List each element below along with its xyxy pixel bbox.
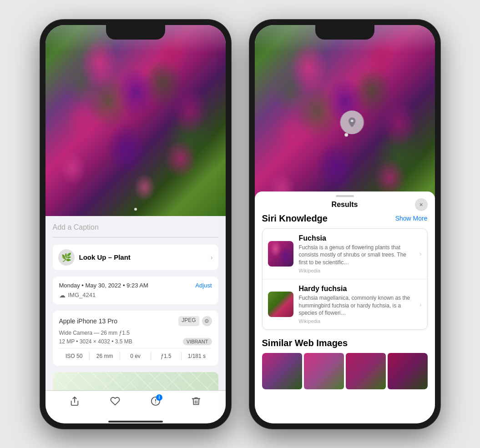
similar-image-4[interactable] xyxy=(388,353,428,389)
left-phone-inner: Add a Caption 🌿 Look Up – Plant › Monday… xyxy=(45,25,226,423)
camera-badges: JPEG ⚙ xyxy=(178,316,212,326)
camera-header: Apple iPhone 13 Pro JPEG ⚙ xyxy=(59,316,212,326)
hardy-desc: Fuchsia magellanica, commonly known as t… xyxy=(299,294,414,317)
camera-specs: 12 MP • 3024 × 4032 • 3.5 MB xyxy=(59,338,132,345)
lookup-subject: Plant xyxy=(114,253,131,261)
siri-knowledge-header: Siri Knowledge Show More xyxy=(262,213,428,224)
adjust-button[interactable]: Adjust xyxy=(195,282,212,289)
meta-filename-row: ☁ IMG_4241 xyxy=(59,292,212,299)
fuchsia-desc: Fuchsia is a genus of flowering plants t… xyxy=(299,244,414,267)
home-indicator xyxy=(108,421,163,423)
meta-date-row: Monday • May 30, 2022 • 9:23 AM Adjust xyxy=(59,282,212,289)
show-more-button[interactable]: Show More xyxy=(395,215,428,222)
vibrant-badge: VIBRANT xyxy=(183,338,212,345)
similar-image-2[interactable] xyxy=(304,353,344,389)
exif-iso: ISO 50 xyxy=(59,352,90,360)
fuchsia-thumb-img xyxy=(268,241,293,267)
exif-focal: 26 mm xyxy=(90,352,120,360)
right-phone: Results × Siri Knowledge Show More xyxy=(249,20,440,429)
results-header: Results × xyxy=(255,199,435,213)
caption-input[interactable]: Add a Caption xyxy=(53,223,218,237)
right-notch xyxy=(315,25,374,40)
results-body: Siri Knowledge Show More Fuchsia Fuchsia… xyxy=(255,213,435,423)
fuchsia-thumbnail xyxy=(268,241,293,267)
hardy-chevron-icon: › xyxy=(419,301,422,308)
drag-handle[interactable] xyxy=(336,195,354,197)
camera-model: Apple iPhone 13 Pro xyxy=(59,317,117,325)
pagination-dot xyxy=(134,208,137,211)
results-title: Results xyxy=(332,201,358,209)
bottom-toolbar: i xyxy=(45,390,226,418)
share-button[interactable] xyxy=(70,396,80,409)
format-badge: JPEG xyxy=(178,316,199,326)
hardy-thumbnail xyxy=(268,292,293,317)
cloud-icon: ☁ xyxy=(59,292,66,299)
metadata-section: Monday • May 30, 2022 • 9:23 AM Adjust ☁… xyxy=(53,277,218,304)
similar-image-1[interactable] xyxy=(262,353,302,389)
delete-button[interactable] xyxy=(191,396,201,409)
lookup-text: Look Up – Plant xyxy=(79,253,131,261)
hardy-name: Hardy fuchsia xyxy=(299,285,414,293)
visual-lookup-dot xyxy=(344,133,348,136)
fuchsia-chevron-icon: › xyxy=(419,250,422,257)
similar-images-title: Similar Web Images xyxy=(262,338,428,348)
gear-icon: ⚙ xyxy=(202,316,212,326)
right-phone-inner: Results × Siri Knowledge Show More xyxy=(255,25,435,423)
close-button[interactable]: × xyxy=(415,198,428,211)
lookup-label: Look Up – xyxy=(79,253,112,261)
phones-container: Add a Caption 🌿 Look Up – Plant › Monday… xyxy=(40,20,440,429)
exif-ev: 0 ev xyxy=(120,352,151,360)
results-panel: Results × Siri Knowledge Show More xyxy=(255,191,435,423)
camera-wide: Wide Camera — 26 mm ƒ1.5 xyxy=(59,330,212,336)
fuchsia-name: Fuchsia xyxy=(299,234,414,242)
map-roads xyxy=(53,372,218,390)
fuchsia-info: Fuchsia Fuchsia is a genus of flowering … xyxy=(299,234,414,273)
knowledge-item-hardy[interactable]: Hardy fuchsia Fuchsia magellanica, commo… xyxy=(263,279,427,329)
similar-image-3[interactable] xyxy=(346,353,386,389)
info-badge: i xyxy=(156,394,162,401)
exif-aperture: ƒ1.5 xyxy=(151,352,182,360)
info-panel: Add a Caption 🌿 Look Up – Plant › Monday… xyxy=(45,216,226,390)
knowledge-card: Fuchsia Fuchsia is a genus of flowering … xyxy=(262,228,428,330)
exif-row: ISO 50 26 mm 0 ev ƒ1.5 1/181 s xyxy=(59,348,212,360)
lookup-chevron-icon: › xyxy=(211,254,213,261)
hardy-info: Hardy fuchsia Fuchsia magellanica, commo… xyxy=(299,285,414,324)
camera-section: Apple iPhone 13 Pro JPEG ⚙ Wide Camera —… xyxy=(53,311,218,366)
exif-shutter: 1/181 s xyxy=(182,352,212,360)
left-phone: Add a Caption 🌿 Look Up – Plant › Monday… xyxy=(40,20,231,429)
hardy-source: Wikipedia xyxy=(299,318,414,324)
similar-images-section: Similar Web Images xyxy=(262,338,428,389)
siri-knowledge-title: Siri Knowledge xyxy=(262,213,328,224)
notch xyxy=(106,25,165,40)
flower-overlay xyxy=(45,25,226,216)
meta-date: Monday • May 30, 2022 • 9:23 AM xyxy=(59,282,148,289)
lookup-row[interactable]: 🌿 Look Up – Plant › xyxy=(53,245,218,270)
meta-filename: IMG_4241 xyxy=(68,292,96,298)
map-area[interactable] xyxy=(53,372,218,390)
like-button[interactable] xyxy=(110,396,120,409)
photo-area[interactable] xyxy=(45,25,226,216)
knowledge-item-fuchsia[interactable]: Fuchsia Fuchsia is a genus of flowering … xyxy=(263,229,427,279)
svg-point-4 xyxy=(350,120,353,122)
visual-lookup-button[interactable] xyxy=(340,111,364,134)
camera-specs-row: 12 MP • 3024 × 4032 • 3.5 MB VIBRANT xyxy=(59,338,212,345)
fuchsia-source: Wikipedia xyxy=(299,268,414,273)
lookup-icon: 🌿 xyxy=(58,249,75,266)
info-button[interactable]: i xyxy=(151,396,161,409)
similar-images-grid xyxy=(262,353,428,389)
hardy-thumb-img xyxy=(268,292,293,317)
